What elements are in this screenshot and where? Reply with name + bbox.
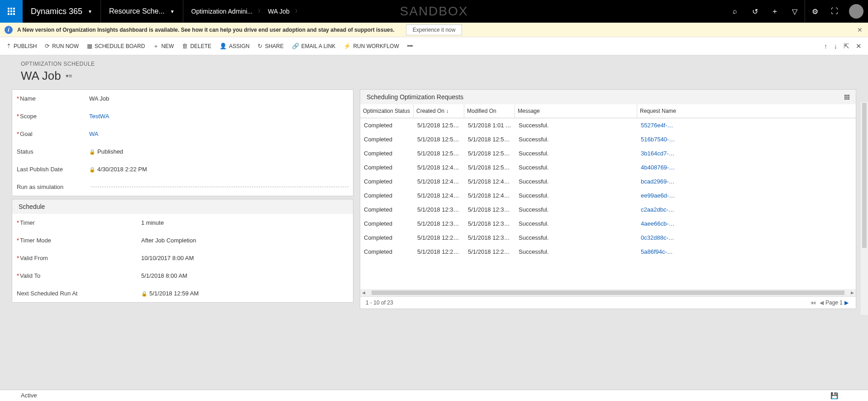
help-button[interactable]: ⛶ bbox=[825, 0, 844, 23]
vertical-scrollbar[interactable] bbox=[861, 102, 868, 315]
close-button[interactable]: ✕ bbox=[856, 42, 862, 50]
grid-view-icon[interactable] bbox=[844, 95, 849, 100]
sort-down-icon: ↓ bbox=[446, 108, 448, 114]
cell-request-link[interactable]: bcad2969-e1ba- bbox=[637, 178, 680, 185]
delete-button[interactable]: 🗑DELETE bbox=[182, 43, 211, 49]
cell-request-link[interactable]: 516b7540-ae63- bbox=[637, 136, 680, 143]
col-modified-header[interactable]: Modified On bbox=[464, 104, 515, 118]
col-message-header[interactable]: Message bbox=[515, 104, 637, 118]
cell-modified: 5/1/2018 12:27 ... bbox=[464, 248, 515, 255]
table-row[interactable]: Completed5/1/2018 12:46 ...5/1/2018 12:5… bbox=[360, 160, 856, 174]
cell-request-link[interactable]: 4b408769-cb25- bbox=[637, 164, 680, 171]
up-button[interactable]: ↑ bbox=[824, 42, 828, 50]
schedule-board-button[interactable]: ▦SCHEDULE BOARD bbox=[87, 43, 145, 49]
new-button[interactable]: ＋ bbox=[765, 0, 785, 23]
next-run-value: 5/1/2018 12:59 AM bbox=[149, 290, 199, 297]
col-status-header[interactable]: Optimization Status bbox=[360, 104, 414, 118]
cell-request-link[interactable]: ee99ae6d-a5d8- bbox=[637, 192, 680, 199]
record-dropdown-button[interactable]: ▾≡ bbox=[66, 72, 72, 79]
run-sim-field[interactable] bbox=[91, 187, 348, 187]
search-button[interactable]: ⌕ bbox=[725, 0, 745, 23]
app-name-dropdown[interactable]: Dynamics 365 ▼ bbox=[23, 0, 101, 23]
link-icon: 🔗 bbox=[292, 43, 299, 49]
table-row[interactable]: Completed5/1/2018 12:25 ...5/1/2018 12:2… bbox=[360, 245, 856, 259]
cell-message: Successful. bbox=[515, 220, 637, 227]
expand-icon: ⛶ bbox=[831, 7, 838, 15]
table-row[interactable]: Completed5/1/2018 12:28 ...5/1/2018 12:3… bbox=[360, 231, 856, 245]
pager-first-button[interactable]: ⏮ bbox=[811, 300, 816, 306]
overflow-button[interactable]: ••• bbox=[407, 43, 413, 49]
experience-button[interactable]: Experience it now bbox=[406, 24, 463, 35]
lock-icon: 🔒 bbox=[141, 291, 148, 296]
table-row[interactable]: Completed5/1/2018 12:43 ...5/1/2018 12:4… bbox=[360, 174, 856, 188]
cell-request-link[interactable]: 4aee66cb-a65e- bbox=[637, 220, 680, 227]
pager-prev-button[interactable]: ◀ bbox=[820, 300, 824, 306]
timer-mode-field[interactable]: After Job Completion bbox=[141, 237, 196, 244]
scope-link[interactable]: TestWA bbox=[89, 113, 109, 120]
publish-button[interactable]: ⇡PUBLISH bbox=[6, 43, 37, 49]
cell-request-link[interactable]: c2aa2dbc-ebfd- bbox=[637, 206, 680, 213]
cell-request-link[interactable]: 3b164cd7-a12d- bbox=[637, 150, 680, 157]
ellipsis-icon: ••• bbox=[407, 43, 413, 49]
cell-created: 5/1/2018 12:36 ... bbox=[414, 206, 464, 213]
assign-button[interactable]: 👤ASSIGN bbox=[219, 43, 249, 49]
table-row[interactable]: Completed5/1/2018 12:55 ...5/1/2018 12:5… bbox=[360, 132, 856, 146]
share-button[interactable]: ↻SHARE bbox=[258, 43, 283, 49]
col-created-header[interactable]: Created On ↓ bbox=[414, 104, 464, 118]
settings-button[interactable]: ⚙ bbox=[805, 0, 825, 23]
table-row[interactable]: Completed5/1/2018 12:51 ...5/1/2018 12:5… bbox=[360, 146, 856, 160]
popout-button[interactable]: ⇱ bbox=[844, 42, 849, 50]
breadcrumb-item[interactable]: Optimization Admini... bbox=[191, 8, 253, 15]
run-now-button[interactable]: ⟳RUN NOW bbox=[45, 43, 79, 49]
top-nav: Dynamics 365 ▼ Resource Sche... ▼ Optimi… bbox=[0, 0, 868, 23]
cmd-label: EMAIL A LINK bbox=[301, 43, 336, 49]
run-workflow-button[interactable]: ⚡RUN WORKFLOW bbox=[343, 43, 399, 49]
cell-request-link[interactable]: 0c32d88c-922d- bbox=[637, 234, 680, 241]
name-field[interactable]: WA Job bbox=[89, 95, 109, 102]
status-value: Published bbox=[97, 148, 123, 155]
cell-status: Completed bbox=[360, 206, 414, 213]
notification-close-button[interactable]: ✕ bbox=[857, 26, 863, 34]
right-column: Scheduling Optimization Requests Optimiz… bbox=[360, 89, 856, 309]
pager-next-button[interactable]: ▶ bbox=[844, 300, 849, 306]
cell-created: 5/1/2018 12:43 ... bbox=[414, 178, 464, 185]
cell-message: Successful. bbox=[515, 248, 637, 255]
command-bar: ⇡PUBLISH ⟳RUN NOW ▦SCHEDULE BOARD ＋NEW 🗑… bbox=[0, 37, 868, 55]
new-button[interactable]: ＋NEW bbox=[153, 42, 174, 50]
filter-button[interactable]: ▽ bbox=[785, 0, 805, 23]
valid-from-field[interactable]: 10/10/2017 8:00 AM bbox=[141, 255, 194, 261]
requests-grid-panel: Scheduling Optimization Requests Optimiz… bbox=[360, 89, 856, 309]
record-status-label: Active bbox=[21, 392, 37, 399]
scroll-thumb[interactable] bbox=[862, 103, 867, 248]
scroll-thumb[interactable] bbox=[372, 290, 844, 295]
entity-label: OPTIMIZATION SCHEDULE bbox=[21, 61, 847, 67]
app-launcher-button[interactable] bbox=[0, 0, 23, 23]
cell-status: Completed bbox=[360, 150, 414, 157]
area-dropdown[interactable]: Resource Sche... ▼ bbox=[101, 0, 183, 23]
breadcrumb-item[interactable]: WA Job bbox=[268, 8, 290, 15]
table-row[interactable]: Completed5/1/2018 12:59 ...5/1/2018 1:01… bbox=[360, 118, 856, 132]
valid-to-field[interactable]: 5/1/2018 8:00 AM bbox=[141, 272, 187, 279]
grid-header: Scheduling Optimization Requests bbox=[360, 90, 856, 104]
cell-created: 5/1/2018 12:25 ... bbox=[414, 248, 464, 255]
table-row[interactable]: Completed5/1/2018 12:36 ...5/1/2018 12:3… bbox=[360, 203, 856, 217]
cell-message: Successful. bbox=[515, 150, 637, 157]
recent-button[interactable]: ↺ bbox=[745, 0, 765, 23]
cell-status: Completed bbox=[360, 248, 414, 255]
valid-to-label: Valid To bbox=[20, 272, 40, 279]
table-row[interactable]: Completed5/1/2018 12:33 ...5/1/2018 12:3… bbox=[360, 217, 856, 231]
plus-icon: ＋ bbox=[771, 7, 778, 16]
horizontal-scrollbar[interactable]: ◀ ▶ bbox=[360, 289, 856, 296]
email-link-button[interactable]: 🔗EMAIL A LINK bbox=[292, 43, 336, 49]
user-avatar[interactable] bbox=[849, 4, 863, 19]
cell-modified: 5/1/2018 12:35 ... bbox=[464, 220, 515, 227]
timer-field[interactable]: 1 minute bbox=[141, 219, 164, 226]
goal-link[interactable]: WA bbox=[89, 130, 98, 137]
cell-request-link[interactable]: 5a86f94c-4d13- bbox=[637, 248, 680, 255]
table-row[interactable]: Completed5/1/2018 12:40 ...5/1/2018 12:4… bbox=[360, 188, 856, 203]
cell-created: 5/1/2018 12:46 ... bbox=[414, 164, 464, 171]
cell-request-link[interactable]: 55276e4f-d4fe-4 bbox=[637, 122, 680, 129]
down-button[interactable]: ↓ bbox=[834, 42, 838, 50]
save-button[interactable]: 💾 bbox=[830, 392, 838, 399]
col-request-header[interactable]: Request Name bbox=[637, 104, 680, 118]
